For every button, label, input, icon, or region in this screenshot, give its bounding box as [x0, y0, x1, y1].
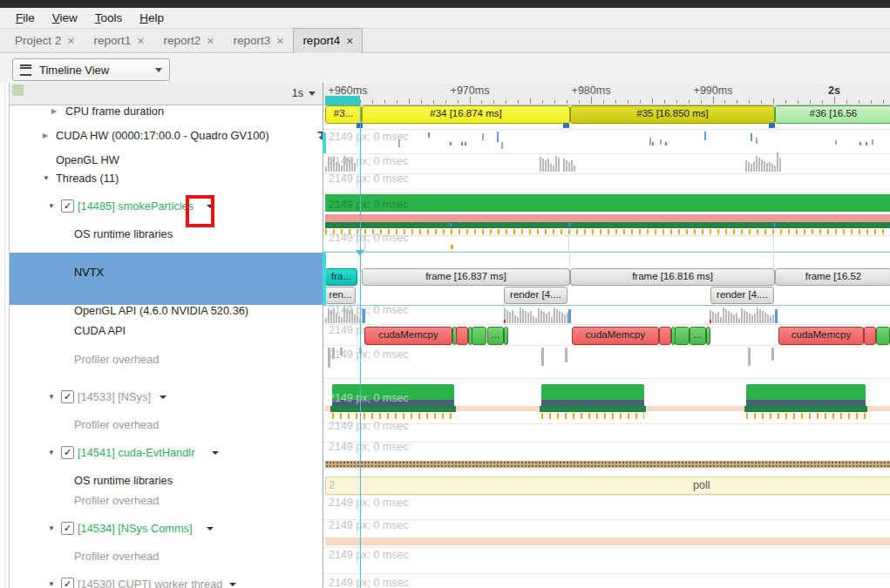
expand-arrow-icon[interactable]: ▶: [51, 107, 57, 115]
event-bar[interactable]: render [4....: [710, 287, 774, 304]
cuda-hw-tick: [660, 139, 662, 145]
event-bar[interactable]: fra...: [325, 268, 357, 286]
tree-row--14534-nsys-comms-[interactable]: ▼✓[14534] [NSys Comms]: [10, 520, 323, 537]
tree-row-profiler-overhead[interactable]: Profiler overhead: [10, 548, 323, 565]
close-icon[interactable]: ×: [137, 36, 144, 46]
left-scroll-gutter[interactable]: [0, 83, 10, 588]
histogram-bar: [341, 166, 343, 172]
event-bar-small[interactable]: [864, 327, 876, 345]
close-icon[interactable]: ×: [276, 36, 283, 46]
tab-project-2[interactable]: Project 2×: [5, 28, 84, 54]
tab-report3[interactable]: report3×: [223, 28, 293, 54]
pane-divider[interactable]: [323, 83, 323, 588]
event-bar[interactable]: #36 [16.56: [775, 105, 890, 124]
tree-row-opengl-hw[interactable]: OpenGL HW: [10, 152, 323, 169]
event-bar-small[interactable]: [876, 327, 890, 345]
row-checkbox[interactable]: ✓: [61, 446, 74, 459]
event-bar[interactable]: frame [16.837 ms]: [362, 268, 570, 286]
collapse-arrow-icon[interactable]: ▼: [48, 202, 55, 210]
tree-row-cpu-frame-duration[interactable]: ▶CPU frame duration: [10, 103, 323, 120]
tree-row-profiler-overhead[interactable]: Profiler overhead: [10, 492, 323, 510]
cuda-hw-tick: [652, 142, 654, 145]
event-bar[interactable]: ren...: [325, 287, 356, 304]
tree-row-os-runtime-libraries[interactable]: OS runtime libraries: [10, 472, 323, 490]
menu-item-file[interactable]: File: [7, 10, 44, 26]
menu-item-help[interactable]: Help: [131, 10, 173, 26]
tree-row-threads-11-[interactable]: ▼Threads (11): [10, 170, 323, 187]
tree-row-label: [14530] CUPTI worker thread: [78, 578, 222, 588]
row-options-caret-icon[interactable]: [207, 527, 214, 531]
histogram-bar: [741, 308, 743, 323]
event-bar[interactable]: frame [16.816 ms]: [570, 268, 775, 286]
event-bar-small[interactable]: [472, 327, 486, 345]
event-bar[interactable]: render [4....: [504, 287, 567, 304]
event-bar-small[interactable]: [456, 327, 468, 345]
title-bar: [0, 0, 890, 8]
ruler-tick: [409, 98, 410, 104]
tab-report4[interactable]: report4×: [293, 28, 363, 54]
blue-tick: [363, 309, 365, 323]
event-bar-small[interactable]: [675, 327, 690, 345]
event-bar[interactable]: cudaMemcpy: [364, 327, 452, 345]
timeline-scale-dropdown[interactable]: 1s: [292, 87, 316, 99]
tree-row--14541-cuda-evthandlr[interactable]: ▼✓[14541] cuda-EvtHandlr: [10, 444, 323, 462]
histogram-bar: [357, 316, 358, 323]
row-checkbox[interactable]: ✓: [61, 522, 74, 535]
nsys-activity-block[interactable]: [746, 384, 866, 400]
event-bar[interactable]: #3...: [325, 105, 362, 124]
close-icon[interactable]: ×: [346, 36, 353, 46]
menu-item-tools[interactable]: Tools: [86, 10, 132, 26]
row-checkbox[interactable]: ✓: [61, 578, 74, 588]
ruler-tick: [810, 100, 811, 104]
timeline-cursor-handle[interactable]: [356, 250, 364, 256]
timeline-ruler[interactable]: +960ms+970ms+980ms+990ms2s: [323, 83, 890, 105]
collapse-arrow-icon[interactable]: ▼: [43, 174, 50, 182]
tree-row-opengl-api-4-6-0-nvidia-520-36-[interactable]: OpenGL API (4.6.0 NVIDIA 520.36): [10, 302, 323, 320]
event-bar-small[interactable]: [659, 327, 671, 345]
row-options-caret-icon[interactable]: [212, 451, 219, 455]
view-selector-dropdown[interactable]: Timeline View: [12, 58, 170, 81]
histogram-bar: [351, 158, 353, 172]
expand-arrow-icon[interactable]: ▶: [43, 132, 48, 139]
ruler-tick: [846, 100, 847, 104]
collapse-arrow-icon[interactable]: ▼: [48, 449, 55, 456]
event-bar[interactable]: cudaMemcpy: [572, 327, 659, 345]
event-bar-small[interactable]: [325, 476, 890, 495]
event-bar[interactable]: ...: [690, 327, 706, 345]
event-bar[interactable]: #35 [16.850 ms]: [570, 105, 775, 124]
event-bar[interactable]: cudaMemcpy: [778, 327, 864, 345]
tree-row--14530-cupti-worker-thread[interactable]: ▼✓[14530] CUPTI worker thread: [10, 576, 323, 588]
collapse-arrow-icon[interactable]: ▼: [48, 393, 55, 401]
tree-row-profiler-overhead[interactable]: Profiler overhead: [10, 351, 323, 368]
row-options-caret-icon[interactable]: [160, 395, 166, 399]
event-bar[interactable]: frame [16.52: [775, 268, 890, 286]
tree-row-cuda-api[interactable]: CUDA API: [10, 322, 323, 340]
tab-report1[interactable]: report1×: [84, 28, 153, 54]
close-icon[interactable]: ×: [67, 36, 74, 46]
event-bar-small[interactable]: [706, 327, 710, 345]
row-checkbox[interactable]: ✓: [61, 199, 74, 213]
tree-row--14533-nsys-[interactable]: ▼✓[14533] [NSys]: [10, 389, 323, 406]
thread-blue-dot: [449, 223, 452, 226]
collapse-arrow-icon[interactable]: ▼: [48, 580, 55, 588]
collapse-arrow-icon[interactable]: ▼: [48, 524, 55, 532]
tree-row-profiler-overhead[interactable]: Profiler overhead: [10, 416, 323, 434]
row-checkbox[interactable]: ✓: [61, 390, 74, 403]
menu-item-view[interactable]: View: [44, 10, 86, 26]
row-measure-label: 2149 px; 0 msec: [329, 392, 409, 404]
event-bar-small[interactable]: [504, 327, 508, 345]
tab-report2[interactable]: report2×: [153, 28, 223, 54]
ruler-tick: [883, 100, 884, 104]
row-options-caret-icon[interactable]: [229, 583, 236, 586]
tree-row-nvtx[interactable]: NVTX: [10, 264, 323, 281]
tree-row--14485-smokeparticles[interactable]: ▼✓[14485] smokeParticles: [10, 198, 323, 215]
tree-row-os-runtime-libraries[interactable]: OS runtime libraries: [10, 226, 323, 243]
ruler-tick: [433, 100, 434, 104]
event-bar[interactable]: ...: [487, 327, 504, 345]
tree-row-cuda-hw-0000-17-00-0-quadro-gv100-[interactable]: ▶CUDA HW (0000:17:00.0 - Quadro GV100)↴: [10, 127, 323, 145]
close-icon[interactable]: ×: [207, 36, 214, 46]
histogram-bar: [769, 162, 771, 172]
event-bar[interactable]: #34 [16.874 ms]: [362, 105, 570, 124]
histogram-bar: [720, 317, 722, 323]
nsys-activity-block[interactable]: [541, 384, 644, 400]
